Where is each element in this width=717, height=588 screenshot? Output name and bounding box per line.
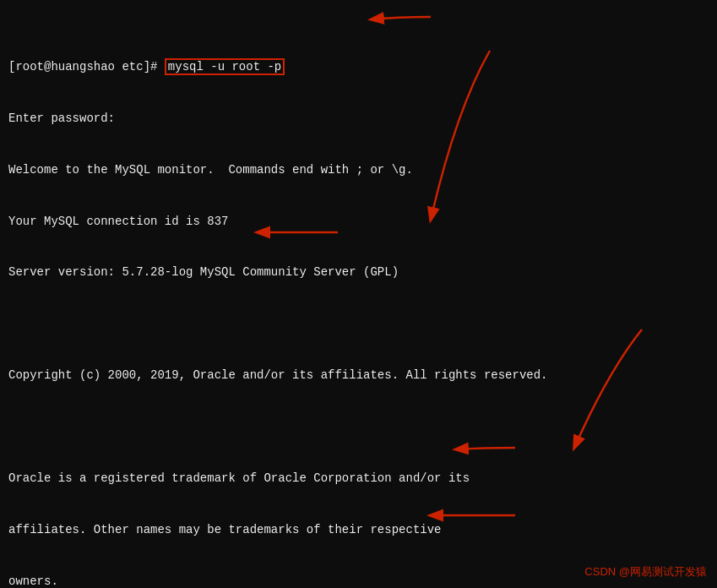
- watermark: CSDN @网易测试开发猿: [584, 564, 707, 580]
- mysql-command-highlight: mysql -u root -p: [165, 58, 285, 75]
- line-7: Copyright (c) 2000, 2019, Oracle and/or …: [8, 367, 709, 384]
- line-4: Your MySQL connection id is 837: [8, 213, 709, 230]
- terminal-output: [root@huangshao etc]# mysql -u root -p E…: [0, 0, 717, 588]
- line-6: [8, 315, 709, 332]
- line-9: Oracle is a registered trademark of Orac…: [8, 470, 709, 487]
- line-8: [8, 418, 709, 435]
- line-5: Server version: 5.7.28-log MySQL Communi…: [8, 264, 709, 280]
- line-10: affiliates. Other names may be trademark…: [8, 521, 709, 538]
- line-1: [root@huangshao etc]# mysql -u root -p: [8, 58, 709, 75]
- line-2: Enter password:: [8, 110, 709, 127]
- prompt-1: [root@huangshao etc]#: [8, 60, 165, 74]
- line-3: Welcome to the MySQL monitor. Commands e…: [8, 161, 709, 178]
